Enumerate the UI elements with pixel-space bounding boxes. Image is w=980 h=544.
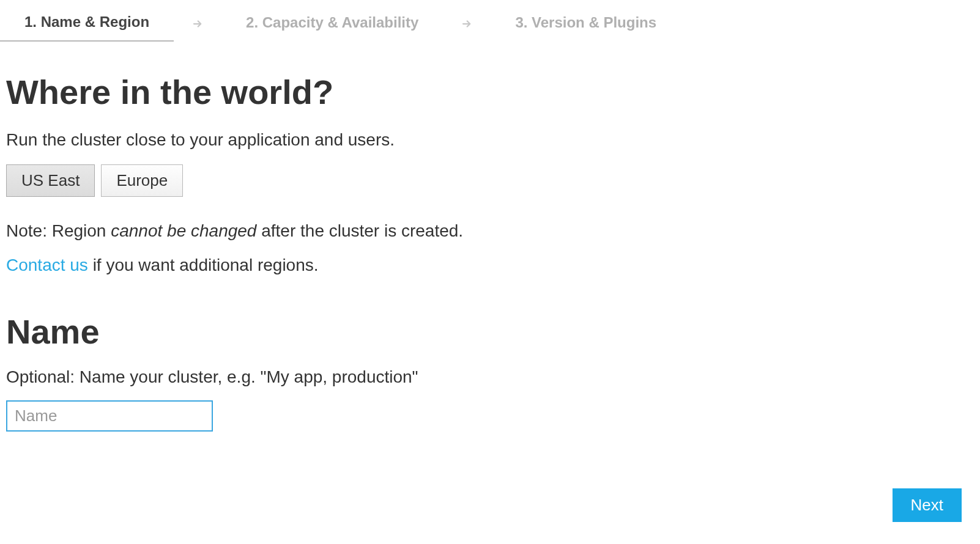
next-button[interactable]: Next bbox=[893, 488, 962, 522]
name-heading: Name bbox=[6, 312, 974, 351]
contact-us-link[interactable]: Contact us bbox=[6, 255, 88, 274]
footer: Next bbox=[893, 488, 962, 522]
region-europe-button[interactable]: Europe bbox=[101, 164, 183, 197]
contact-line: Contact us if you want additional region… bbox=[6, 255, 974, 275]
wizard-steps: 1. Name & Region 2. Capacity & Availabil… bbox=[0, 0, 980, 42]
name-hint: Optional: Name your cluster, e.g. "My ap… bbox=[6, 367, 974, 387]
wizard-step-1[interactable]: 1. Name & Region bbox=[0, 6, 174, 42]
note-prefix: Note: Region bbox=[6, 221, 111, 240]
region-note: Note: Region cannot be changed after the… bbox=[6, 221, 974, 241]
wizard-step-3[interactable]: 3. Version & Plugins bbox=[491, 7, 681, 41]
region-us-east-button[interactable]: US East bbox=[6, 164, 95, 197]
main-content: Where in the world? Run the cluster clos… bbox=[0, 42, 980, 438]
name-section: Name Optional: Name your cluster, e.g. "… bbox=[6, 312, 974, 432]
note-italic: cannot be changed bbox=[111, 221, 256, 240]
region-subtitle: Run the cluster close to your applicatio… bbox=[6, 130, 974, 150]
arrow-right-icon bbox=[174, 18, 221, 29]
arrow-right-icon bbox=[443, 18, 491, 29]
note-suffix: after the cluster is created. bbox=[256, 221, 463, 240]
region-heading: Where in the world? bbox=[6, 72, 974, 112]
region-buttons: US East Europe bbox=[6, 164, 974, 197]
wizard-step-2[interactable]: 2. Capacity & Availability bbox=[221, 7, 443, 41]
cluster-name-input[interactable] bbox=[6, 400, 213, 432]
contact-suffix: if you want additional regions. bbox=[88, 255, 319, 274]
